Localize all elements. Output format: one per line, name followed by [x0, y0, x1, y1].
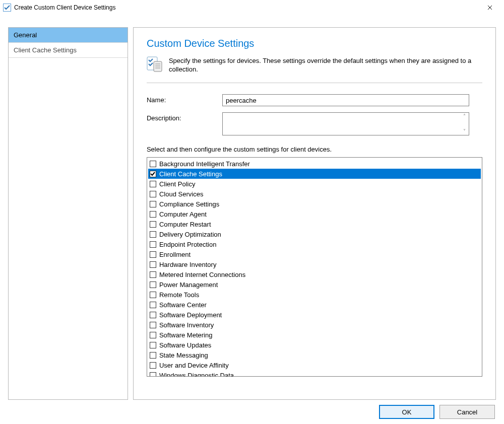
- setting-row[interactable]: Power Management: [148, 279, 481, 290]
- intro-text: Specify the settings for devices. These …: [169, 56, 482, 74]
- setting-checkbox[interactable]: [150, 191, 156, 197]
- name-field-row: Name:: [147, 94, 482, 106]
- setting-label: Power Management: [159, 281, 479, 289]
- setting-label: Windows Diagnostic Data: [159, 372, 479, 377]
- sidebar: GeneralClient Cache Settings: [8, 27, 128, 400]
- titlebar: Create Custom Client Device Settings: [0, 0, 504, 15]
- setting-label: Computer Agent: [159, 210, 479, 218]
- setting-checkbox[interactable]: [150, 211, 156, 218]
- setting-row[interactable]: User and Device Affinity: [148, 360, 481, 370]
- setting-row[interactable]: Compliance Settings: [148, 199, 481, 209]
- sidebar-item-general[interactable]: General: [9, 28, 128, 43]
- settings-instruction: Select and then configure the custom set…: [147, 146, 482, 153]
- cancel-button[interactable]: Cancel: [439, 405, 495, 419]
- ok-button[interactable]: OK: [379, 405, 434, 419]
- setting-row[interactable]: Remote Tools: [148, 290, 481, 300]
- setting-label: Software Inventory: [159, 321, 479, 329]
- setting-label: Client Policy: [159, 180, 479, 188]
- dialog-body: GeneralClient Cache Settings Custom Devi…: [8, 27, 496, 400]
- setting-checkbox[interactable]: [150, 352, 156, 359]
- description-label: Description:: [147, 112, 222, 122]
- setting-row[interactable]: Windows Diagnostic Data: [148, 370, 481, 377]
- setting-row[interactable]: Software Deployment: [148, 310, 481, 320]
- setting-label: Software Deployment: [159, 311, 479, 319]
- settings-checklist-icon: [147, 56, 163, 73]
- setting-label: Software Metering: [159, 331, 479, 339]
- setting-label: User and Device Affinity: [159, 362, 479, 369]
- name-label: Name:: [147, 94, 222, 104]
- setting-label: Computer Restart: [159, 221, 479, 228]
- setting-label: Enrollment: [159, 251, 479, 258]
- close-button[interactable]: [480, 1, 500, 15]
- scroll-down-icon[interactable]: ˅: [463, 129, 466, 134]
- setting-label: Client Cache Settings: [159, 170, 479, 178]
- setting-row[interactable]: Background Intelligent Transfer: [148, 159, 481, 169]
- setting-row[interactable]: State Messaging: [148, 350, 481, 360]
- scroll-up-icon[interactable]: ˄: [463, 114, 466, 119]
- setting-checkbox[interactable]: [150, 221, 156, 228]
- description-field-row: Description: ˄ ˅: [147, 112, 482, 135]
- divider: [147, 83, 482, 83]
- setting-label: Hardware Inventory: [159, 261, 479, 268]
- setting-checkbox[interactable]: [150, 271, 156, 278]
- setting-label: Software Center: [159, 301, 479, 309]
- setting-checkbox[interactable]: [150, 312, 156, 318]
- setting-checkbox[interactable]: [150, 322, 156, 328]
- setting-row[interactable]: Software Updates: [148, 340, 481, 350]
- setting-checkbox[interactable]: [150, 292, 156, 298]
- button-bar: OK Cancel: [379, 405, 495, 419]
- intro-row: Specify the settings for devices. These …: [147, 56, 482, 74]
- setting-checkbox[interactable]: [150, 181, 156, 187]
- setting-row[interactable]: Metered Internet Connections: [148, 269, 481, 279]
- setting-row[interactable]: Software Inventory: [148, 320, 481, 330]
- setting-row[interactable]: Software Metering: [148, 330, 481, 340]
- sidebar-item-client-cache-settings[interactable]: Client Cache Settings: [9, 43, 128, 58]
- setting-checkbox[interactable]: [150, 332, 156, 338]
- description-input[interactable]: [223, 113, 460, 135]
- setting-checkbox[interactable]: [150, 342, 156, 348]
- description-scrollbar[interactable]: ˄ ˅: [460, 113, 469, 135]
- setting-checkbox[interactable]: [150, 302, 156, 308]
- setting-row[interactable]: Client Cache Settings: [148, 169, 481, 179]
- window-icon: [3, 4, 11, 12]
- name-input[interactable]: [222, 94, 469, 106]
- setting-row[interactable]: Computer Agent: [148, 209, 481, 219]
- setting-checkbox[interactable]: [150, 241, 156, 248]
- setting-label: Metered Internet Connections: [159, 271, 479, 278]
- setting-row[interactable]: Computer Restart: [148, 219, 481, 229]
- setting-checkbox[interactable]: [150, 372, 156, 377]
- page-title: Custom Device Settings: [147, 38, 482, 49]
- setting-label: Delivery Optimization: [159, 231, 479, 238]
- setting-label: Compliance Settings: [159, 200, 479, 208]
- setting-checkbox[interactable]: [150, 251, 156, 258]
- setting-row[interactable]: Enrollment: [148, 249, 481, 259]
- setting-label: Cloud Services: [159, 190, 479, 198]
- setting-label: Background Intelligent Transfer: [159, 160, 479, 168]
- setting-checkbox[interactable]: [150, 281, 156, 288]
- svg-rect-2: [154, 61, 162, 72]
- setting-label: State Messaging: [159, 351, 479, 359]
- setting-row[interactable]: Software Center: [148, 300, 481, 310]
- setting-row[interactable]: Client Policy: [148, 179, 481, 189]
- setting-checkbox[interactable]: [150, 201, 156, 207]
- setting-checkbox[interactable]: [150, 231, 156, 238]
- settings-list[interactable]: Background Intelligent TransferClient Ca…: [147, 157, 482, 377]
- window-title: Create Custom Client Device Settings: [14, 4, 480, 11]
- setting-label: Remote Tools: [159, 291, 479, 299]
- setting-row[interactable]: Cloud Services: [148, 189, 481, 199]
- setting-label: Endpoint Protection: [159, 241, 479, 248]
- content-panel: Custom Device Settings Specify the setti…: [133, 27, 496, 400]
- setting-row[interactable]: Hardware Inventory: [148, 259, 481, 269]
- setting-row[interactable]: Delivery Optimization: [148, 229, 481, 239]
- setting-checkbox[interactable]: [150, 362, 156, 369]
- setting-label: Software Updates: [159, 341, 479, 349]
- setting-checkbox[interactable]: [150, 171, 156, 177]
- setting-checkbox[interactable]: [150, 161, 156, 167]
- setting-row[interactable]: Endpoint Protection: [148, 239, 481, 249]
- setting-checkbox[interactable]: [150, 261, 156, 268]
